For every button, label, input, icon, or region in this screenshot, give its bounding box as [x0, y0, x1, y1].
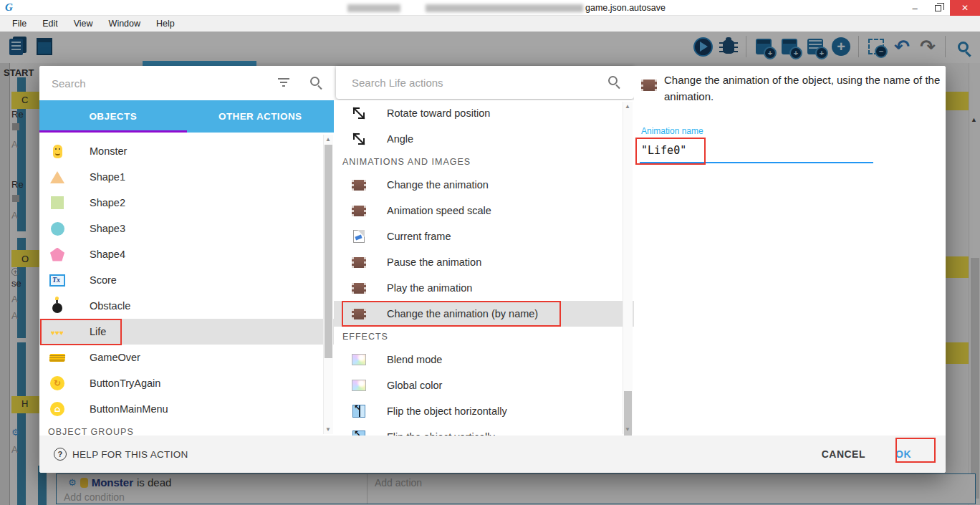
- scrollbar-thumb[interactable]: [325, 145, 332, 358]
- object-list-item[interactable]: Shape3: [39, 216, 334, 241]
- action-label: Global color: [387, 380, 442, 391]
- film-strip-icon: [351, 254, 367, 270]
- home-icon: [49, 400, 66, 418]
- gdevelop-logo-icon: G: [5, 1, 13, 14]
- window-title: game.json.autosave: [585, 3, 666, 13]
- action-list-item[interactable]: Angle: [334, 126, 634, 152]
- object-groups-header: OBJECT GROUPS: [39, 422, 334, 436]
- object-label: ButtonMainMenu: [90, 403, 168, 415]
- scroll-down-icon[interactable]: ▼: [325, 426, 331, 433]
- question-mark-icon: ?: [54, 448, 67, 461]
- actions-search-input[interactable]: [352, 73, 588, 92]
- retry-icon: [49, 375, 66, 392]
- diagonal-arrow-icon: [351, 105, 367, 121]
- square-icon: [49, 194, 66, 211]
- actions-list: Rotate toward positionAngleANIMATIONS AN…: [334, 100, 634, 436]
- action-list-item[interactable]: Flip the object horizontally: [334, 398, 634, 424]
- action-label: Play the animation: [387, 282, 472, 294]
- menu-window[interactable]: Window: [102, 17, 147, 30]
- object-label: Monster: [90, 145, 127, 157]
- object-list-item[interactable]: ButtonTryAgain: [39, 370, 334, 396]
- action-description: Change the animation of the object, usin…: [664, 72, 948, 105]
- object-list-item[interactable]: Score: [39, 267, 334, 293]
- blurred-title-segment: [426, 4, 583, 12]
- menu-view[interactable]: View: [67, 17, 100, 30]
- action-list-item[interactable]: Flip the object vertically: [334, 424, 634, 436]
- actions-section-header: ANIMATIONS AND IMAGES: [334, 152, 634, 172]
- diagonal-arrow-icon: [351, 131, 367, 147]
- actions-section-header: EFFECTS: [334, 327, 634, 347]
- restore-button[interactable]: [927, 0, 948, 16]
- object-label: ButtonTryAgain: [90, 377, 160, 389]
- action-list-item[interactable]: Rotate toward position: [334, 100, 634, 126]
- menu-edit[interactable]: Edit: [36, 17, 64, 30]
- action-list-item[interactable]: Current frame: [334, 223, 634, 249]
- object-label: Shape3: [90, 223, 125, 234]
- triangle-icon: [49, 168, 66, 186]
- action-label: Angle: [387, 133, 413, 145]
- minimize-button[interactable]: –: [904, 0, 926, 16]
- flip-vertical-icon: [351, 429, 367, 436]
- object-list-item[interactable]: GameOver: [39, 345, 334, 370]
- search-icon[interactable]: [608, 76, 618, 85]
- filter-icon[interactable]: [277, 77, 290, 87]
- action-label: Rotate toward position: [387, 107, 490, 119]
- bomb-icon: [49, 297, 66, 314]
- help-button[interactable]: ? HELP FOR THIS ACTION: [54, 448, 188, 461]
- object-list-item[interactable]: Shape4: [39, 241, 334, 267]
- object-list-item[interactable]: Obstacle: [39, 293, 334, 319]
- scroll-up-icon[interactable]: ▲: [325, 136, 331, 143]
- action-label: Pause the animation: [387, 256, 481, 268]
- action-label: Animation speed scale: [387, 205, 491, 216]
- actions-search-bar: [336, 66, 634, 99]
- frame-icon: [351, 229, 367, 244]
- action-list-item[interactable]: Global color: [334, 372, 634, 398]
- search-icon[interactable]: [310, 77, 320, 86]
- action-list-item[interactable]: Blend mode: [334, 347, 634, 372]
- help-label: HELP FOR THIS ACTION: [72, 449, 188, 460]
- menu-help[interactable]: Help: [150, 17, 181, 30]
- scroll-up-icon[interactable]: ▲: [625, 103, 630, 110]
- action-list-item[interactable]: Animation speed scale: [334, 198, 634, 223]
- menu-bar: FileEditViewWindowHelp: [0, 16, 980, 32]
- circle-icon: [49, 220, 66, 237]
- tab-objects[interactable]: OBJECTS: [39, 100, 187, 133]
- object-list-item[interactable]: Monster: [39, 138, 334, 164]
- film-strip-icon: [641, 80, 657, 91]
- pentagon-icon: [49, 246, 66, 263]
- action-label: Change the animation: [387, 179, 489, 191]
- flip-horizontal-icon: [351, 403, 367, 419]
- color-image-icon: [351, 352, 367, 367]
- object-label: Shape2: [90, 197, 125, 208]
- close-button[interactable]: ✕: [950, 0, 980, 16]
- object-list-item[interactable]: Shape1: [39, 164, 334, 190]
- object-label: Shape4: [90, 249, 125, 260]
- object-label: Obstacle: [90, 300, 130, 312]
- objects-search-bar: [39, 66, 334, 100]
- objects-tab-bar: OBJECTS OTHER ACTIONS: [39, 100, 334, 133]
- tab-other-actions[interactable]: OTHER ACTIONS: [187, 100, 335, 133]
- action-list-item[interactable]: Pause the animation: [334, 249, 634, 275]
- objects-search-input[interactable]: [52, 74, 266, 92]
- action-label: Current frame: [387, 231, 451, 242]
- annotation-box-ok: [895, 438, 936, 463]
- blurred-title-segment: [347, 4, 400, 12]
- monster-icon: [49, 143, 66, 160]
- cancel-button[interactable]: CANCEL: [822, 448, 865, 460]
- scroll-down-icon[interactable]: ▼: [625, 426, 630, 433]
- action-list-item[interactable]: Play the animation: [334, 275, 634, 301]
- menu-file[interactable]: File: [6, 17, 33, 30]
- actions-scrollbar[interactable]: ▲ ▼: [623, 102, 633, 434]
- object-label: Shape1: [90, 171, 125, 183]
- banner-icon: [49, 349, 66, 366]
- dialog-footer: ? HELP FOR THIS ACTION CANCEL OK: [39, 436, 946, 473]
- object-label: GameOver: [90, 352, 140, 363]
- object-list-item[interactable]: Shape2: [39, 190, 334, 216]
- object-list-item[interactable]: ButtonMainMenu: [39, 396, 334, 422]
- objects-scrollbar[interactable]: ▲ ▼: [323, 135, 333, 434]
- animation-name-label: Animation name: [641, 126, 703, 136]
- title-bar: G game.json.autosave – ✕: [0, 0, 980, 16]
- action-list-item[interactable]: Change the animation: [334, 172, 634, 198]
- choose-action-dialog: OBJECTS OTHER ACTIONS MonsterShape1Shape…: [39, 66, 946, 473]
- action-label: Blend mode: [387, 354, 442, 365]
